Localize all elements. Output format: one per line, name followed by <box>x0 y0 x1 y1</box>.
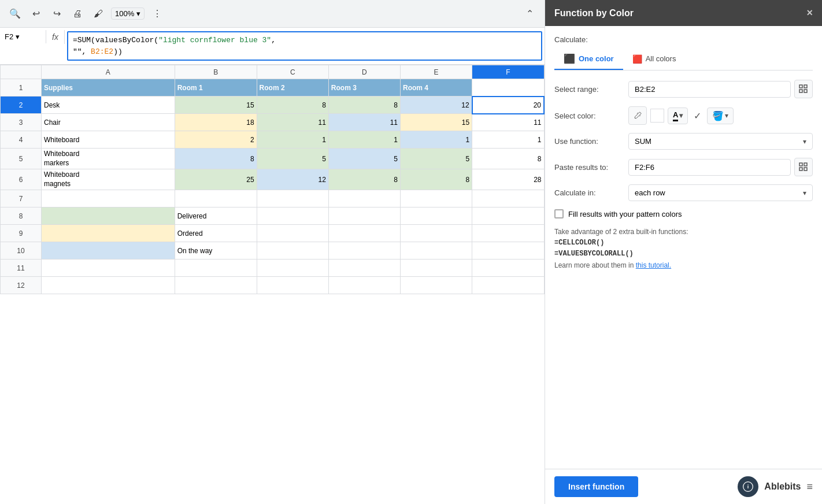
cell-b6[interactable]: 25 <box>175 169 257 190</box>
cell-d1[interactable]: Room 3 <box>328 79 400 97</box>
cell-a5[interactable]: Whiteboardmarkers <box>41 149 175 169</box>
cell-a10[interactable] <box>41 242 175 260</box>
cell-c7[interactable] <box>257 190 328 207</box>
print-icon[interactable]: 🖨 <box>69 6 86 22</box>
formula-content[interactable]: =SUM(valuesByColor("light cornflower blu… <box>67 31 542 61</box>
cell-b12[interactable] <box>175 277 257 294</box>
fill-results-checkbox[interactable] <box>554 209 564 218</box>
row-header-11[interactable]: 11 <box>1 260 42 277</box>
calculate-in-select[interactable]: each row ▾ <box>628 184 813 201</box>
cell-b4[interactable]: 2 <box>175 131 257 149</box>
row-header-2[interactable]: 2 <box>1 97 42 114</box>
cell-e11[interactable] <box>401 260 472 277</box>
cell-e5[interactable]: 5 <box>401 149 472 169</box>
redo-icon[interactable]: ↪ <box>49 6 65 22</box>
cell-e2[interactable]: 12 <box>401 97 472 114</box>
col-header-e[interactable]: E <box>401 65 472 79</box>
col-header-b[interactable]: B <box>175 65 257 79</box>
fill-color-button[interactable]: 🪣 ▾ <box>707 108 734 124</box>
cell-f8[interactable] <box>472 207 544 225</box>
cell-c3[interactable]: 11 <box>257 114 328 131</box>
cell-d3[interactable]: 11 <box>328 114 400 131</box>
paste-results-input[interactable]: F2:F6 <box>628 159 791 176</box>
search-icon[interactable]: 🔍 <box>7 6 23 22</box>
more-options-icon[interactable]: ⋮ <box>149 6 165 22</box>
cell-b9[interactable]: Ordered <box>175 225 257 242</box>
cell-c10[interactable] <box>257 242 328 260</box>
paint-format-icon[interactable]: 🖌 <box>90 6 106 22</box>
use-function-select[interactable]: SUM ▾ <box>628 133 813 150</box>
cell-f6[interactable]: 28 <box>472 169 544 190</box>
cell-d2[interactable]: 8 <box>328 97 400 114</box>
panel-close-button[interactable]: × <box>806 7 813 19</box>
row-header-8[interactable]: 8 <box>1 207 42 225</box>
cell-f3[interactable]: 11 <box>472 114 544 131</box>
color-swatch-white[interactable] <box>650 109 664 123</box>
cell-f4[interactable]: 1 <box>472 131 544 149</box>
col-header-d[interactable]: D <box>328 65 400 79</box>
row-header-7[interactable]: 7 <box>1 190 42 207</box>
cell-e1[interactable]: Room 4 <box>401 79 472 97</box>
eyedropper-button[interactable] <box>628 106 647 125</box>
select-range-grid-button[interactable] <box>794 80 813 98</box>
cell-d6[interactable]: 8 <box>328 169 400 190</box>
cell-c5[interactable]: 5 <box>257 149 328 169</box>
cell-c4[interactable]: 1 <box>257 131 328 149</box>
hamburger-menu-icon[interactable]: ≡ <box>806 481 813 493</box>
cell-a1[interactable]: Supplies <box>41 79 175 97</box>
cell-a9[interactable] <box>41 225 175 242</box>
cell-b11[interactable] <box>175 260 257 277</box>
cell-e8[interactable] <box>401 207 472 225</box>
row-header-4[interactable]: 4 <box>1 131 42 149</box>
cell-a3[interactable]: Chair <box>41 114 175 131</box>
cell-e4[interactable]: 1 <box>401 131 472 149</box>
insert-function-button[interactable]: Insert function <box>554 476 638 497</box>
cell-d11[interactable] <box>328 260 400 277</box>
row-header-1[interactable]: 1 <box>1 79 42 97</box>
col-header-a[interactable]: A <box>41 65 175 79</box>
cell-a7[interactable] <box>41 190 175 207</box>
cell-d4[interactable]: 1 <box>328 131 400 149</box>
cell-e12[interactable] <box>401 277 472 294</box>
cell-f7[interactable] <box>472 190 544 207</box>
cell-e10[interactable] <box>401 242 472 260</box>
grid-scroll-area[interactable]: A B C D E F 1 Supplies Room 1 Room 2 Roo… <box>0 65 545 504</box>
cell-f1[interactable] <box>472 79 544 97</box>
cell-c12[interactable] <box>257 277 328 294</box>
cell-d5[interactable]: 5 <box>328 149 400 169</box>
cell-e6[interactable]: 8 <box>401 169 472 190</box>
cell-e3[interactable]: 15 <box>401 114 472 131</box>
cell-b5[interactable]: 8 <box>175 149 257 169</box>
paste-results-grid-button[interactable] <box>794 158 813 176</box>
checkmark-icon[interactable]: ✓ <box>691 108 703 124</box>
zoom-selector[interactable]: 100% ▾ <box>111 8 145 20</box>
cell-a4[interactable]: Whiteboard <box>41 131 175 149</box>
cell-f12[interactable] <box>472 277 544 294</box>
row-header-10[interactable]: 10 <box>1 242 42 260</box>
col-header-c[interactable]: C <box>257 65 328 79</box>
row-header-12[interactable]: 12 <box>1 277 42 294</box>
tab-all-colors[interactable]: 🟥 All colors <box>623 49 686 70</box>
cell-c6[interactable]: 12 <box>257 169 328 190</box>
tab-one-color[interactable]: ⬛ One color <box>554 49 623 70</box>
cell-e9[interactable] <box>401 225 472 242</box>
select-range-input[interactable]: B2:E2 <box>628 81 791 98</box>
row-header-6[interactable]: 6 <box>1 169 42 190</box>
cell-f9[interactable] <box>472 225 544 242</box>
cell-d12[interactable] <box>328 277 400 294</box>
cell-c1[interactable]: Room 2 <box>257 79 328 97</box>
cell-c9[interactable] <box>257 225 328 242</box>
text-color-button[interactable]: A ▾ <box>668 108 688 124</box>
cell-b1[interactable]: Room 1 <box>175 79 257 97</box>
cell-c11[interactable] <box>257 260 328 277</box>
cell-a6[interactable]: Whiteboardmagnets <box>41 169 175 190</box>
row-header-3[interactable]: 3 <box>1 114 42 131</box>
cell-b3[interactable]: 18 <box>175 114 257 131</box>
row-header-9[interactable]: 9 <box>1 225 42 242</box>
cell-f5[interactable]: 8 <box>472 149 544 169</box>
col-header-f[interactable]: F <box>472 65 544 79</box>
cell-b10[interactable]: On the way <box>175 242 257 260</box>
cell-f11[interactable] <box>472 260 544 277</box>
cell-c8[interactable] <box>257 207 328 225</box>
cell-f10[interactable] <box>472 242 544 260</box>
